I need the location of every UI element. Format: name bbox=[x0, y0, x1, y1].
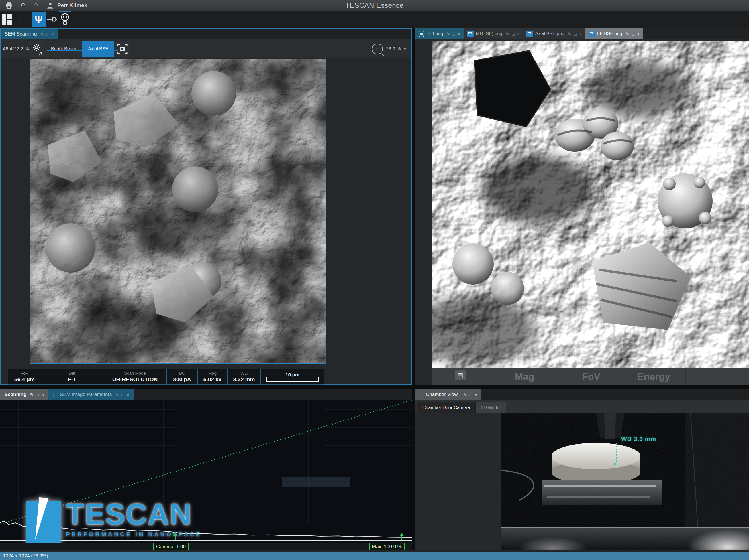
close-icon[interactable]: × bbox=[517, 32, 520, 36]
tab-3d-model[interactable]: 3D Model bbox=[475, 402, 506, 413]
image-file-icon bbox=[467, 31, 474, 37]
pin-icon[interactable]: ✎ bbox=[568, 32, 572, 36]
sem-snapshot-image[interactable] bbox=[431, 41, 749, 367]
parameters-icon: ▤ bbox=[53, 391, 58, 398]
horizontal-panel-divider[interactable] bbox=[0, 385, 749, 389]
scanning-panel: Scanning ✎ □ × ▤ SEM Image Parameters ✎ … bbox=[0, 389, 412, 551]
close-icon[interactable]: × bbox=[127, 393, 129, 397]
maximize-icon[interactable]: □ bbox=[36, 393, 39, 397]
tab-sem-scanning[interactable]: SEM Scanning ✎ □ × bbox=[1, 29, 58, 39]
undo-button[interactable]: ↶ bbox=[18, 1, 27, 10]
maximize-icon[interactable]: □ bbox=[122, 393, 124, 397]
capture-icon bbox=[418, 31, 425, 37]
detector-view-button[interactable] bbox=[59, 12, 72, 27]
close-icon[interactable]: × bbox=[41, 393, 44, 397]
pin-icon[interactable]: ✎ bbox=[625, 32, 629, 36]
close-icon[interactable]: × bbox=[51, 32, 54, 36]
info-fov: FoV 56.4 μm bbox=[8, 369, 41, 384]
chevron-down-icon[interactable]: ▾ bbox=[404, 46, 406, 51]
capture-image-button[interactable] bbox=[114, 41, 130, 57]
zoom-control[interactable]: 1:1 73.9 % ▾ bbox=[368, 43, 411, 55]
maximize-icon[interactable]: □ bbox=[512, 32, 515, 36]
snapshot-fov-label: FoV bbox=[560, 367, 622, 385]
active-indicator bbox=[47, 49, 118, 51]
layout-icon bbox=[2, 14, 6, 25]
pin-icon[interactable]: ✎ bbox=[30, 393, 34, 397]
layout-switcher-button[interactable] bbox=[2, 14, 13, 25]
close-icon[interactable]: × bbox=[475, 393, 477, 397]
histogram-chart[interactable]: TESCAN PERFORMANCE IN NANOSPACE bbox=[0, 400, 412, 542]
gamma-marker-stem[interactable] bbox=[175, 536, 176, 540]
maximize-icon[interactable]: □ bbox=[574, 32, 577, 36]
tab-chamber-view[interactable]: ↔ Chamber View ✎ □ × bbox=[414, 389, 481, 400]
tab-scanning[interactable]: Scanning ✎ □ × bbox=[0, 389, 48, 400]
bright-beam-button[interactable]: Bright Beam bbox=[45, 41, 82, 57]
bottom-strip bbox=[0, 550, 749, 552]
pin-icon[interactable]: ✎ bbox=[506, 32, 510, 36]
printer-icon bbox=[5, 2, 13, 9]
scan-progress-bar: 1024 x 1024 (73.9%) bbox=[0, 552, 749, 560]
snapshot-info-bar: ▤ Mag FoV Energy bbox=[431, 367, 749, 385]
scale-bar-value: 10 μm bbox=[268, 372, 318, 378]
image-tab-md-se[interactable]: MD (SE).png ✎ □ × bbox=[464, 28, 523, 39]
user-name: Petr Klimek bbox=[57, 2, 87, 8]
auto-brightness-button[interactable]: A bbox=[29, 41, 45, 57]
wd-marker-x: ✕ bbox=[613, 461, 617, 467]
zoom-1to1-icon[interactable]: 1:1 bbox=[372, 44, 383, 54]
brightness-contrast-value: 46.4/72.2 % bbox=[3, 46, 29, 52]
vertical-panel-divider[interactable] bbox=[412, 28, 414, 551]
print-button[interactable] bbox=[4, 1, 14, 10]
pin-icon[interactable]: ✎ bbox=[40, 32, 44, 36]
redo-button[interactable]: ↷ bbox=[31, 1, 41, 10]
sem-column-button[interactable]: Ψ bbox=[31, 12, 46, 27]
image-file-icon bbox=[526, 31, 533, 37]
max-marker-stem[interactable] bbox=[401, 536, 402, 540]
tab-chamber-door-camera[interactable]: Chamber Door Camera bbox=[417, 402, 475, 413]
scan-resolution-status: 1024 x 1024 (73.9%) bbox=[3, 553, 48, 559]
sem-live-image[interactable] bbox=[30, 59, 326, 364]
info-det: Det E-T bbox=[41, 369, 103, 384]
maximize-icon[interactable]: □ bbox=[632, 32, 635, 36]
info-bc: BC 300 pA bbox=[167, 369, 197, 384]
image-file-icon bbox=[588, 31, 595, 37]
pin-icon[interactable]: ✎ bbox=[446, 32, 450, 36]
axial-bse-button[interactable]: Axial BSE bbox=[82, 41, 114, 57]
pin-icon[interactable]: ✎ bbox=[115, 393, 119, 397]
scale-bar: 10 μm bbox=[260, 369, 324, 384]
maximize-icon[interactable]: □ bbox=[46, 32, 49, 36]
titlebar: ↶ ↷ Petr Klimek TESCAN Essence bbox=[0, 0, 749, 11]
image-tab-le-bse[interactable]: LE BSE.png ✎ □ × bbox=[585, 28, 643, 39]
tab-title: SEM Scanning bbox=[5, 31, 37, 37]
sem-scanning-panel: SEM Scanning ✎ □ × 46.4/72.2 % A bbox=[0, 28, 412, 385]
gamma-curve bbox=[0, 400, 412, 524]
info-wd: WD 3.32 mm bbox=[227, 369, 260, 384]
image-viewer-panel: E-T.png ✎ □ × MD (SE).png ✎ □ × Axial BS… bbox=[414, 28, 749, 385]
maximize-icon[interactable]: □ bbox=[470, 393, 472, 397]
electron-column-icon: Ψ bbox=[35, 14, 43, 25]
image-tabstrip: E-T.png ✎ □ × MD (SE).png ✎ □ × Axial BS… bbox=[414, 28, 749, 39]
tab-sem-image-parameters[interactable]: ▤ SEM Image Parameters ✎ □ × bbox=[48, 389, 134, 400]
app-title: TESCAN Essence bbox=[0, 1, 749, 9]
chamber-camera-image: WD 3.3 mm ✕ bbox=[501, 413, 749, 550]
chamber-view-panel: ↔ Chamber View ✎ □ × Chamber Door Camera… bbox=[414, 389, 749, 551]
svg-text:A: A bbox=[39, 51, 42, 55]
maximize-icon[interactable]: □ bbox=[453, 32, 455, 36]
image-tab-axial-bse[interactable]: Axial BSE.png ✎ □ × bbox=[523, 28, 585, 39]
beam-path-button[interactable] bbox=[46, 12, 59, 27]
capture-icon bbox=[116, 43, 128, 55]
close-icon[interactable]: × bbox=[579, 32, 582, 36]
close-icon[interactable]: × bbox=[637, 32, 640, 36]
snapshot-info-icon-cell: ▤ bbox=[431, 367, 489, 385]
toolbar-separator: ⋮⋮ bbox=[17, 18, 29, 21]
redo-icon: ↷ bbox=[34, 2, 39, 9]
user-icon bbox=[46, 2, 54, 9]
pin-icon[interactable]: ✎ bbox=[463, 393, 467, 397]
close-icon[interactable]: × bbox=[458, 32, 461, 36]
image-tab-et[interactable]: E-T.png ✎ □ × bbox=[414, 28, 464, 39]
user-menu[interactable] bbox=[45, 1, 55, 10]
tescan-essence-app: { "titlebar": { "app_title": "TESCAN Ess… bbox=[0, 0, 749, 560]
snapshot-mag-label: Mag bbox=[489, 367, 560, 385]
info-scan-mode: Scan Mode UH-RESOLUTION bbox=[103, 369, 167, 384]
info-mag: Mag 5.02 kx bbox=[197, 369, 227, 384]
histogram-line bbox=[0, 521, 412, 538]
